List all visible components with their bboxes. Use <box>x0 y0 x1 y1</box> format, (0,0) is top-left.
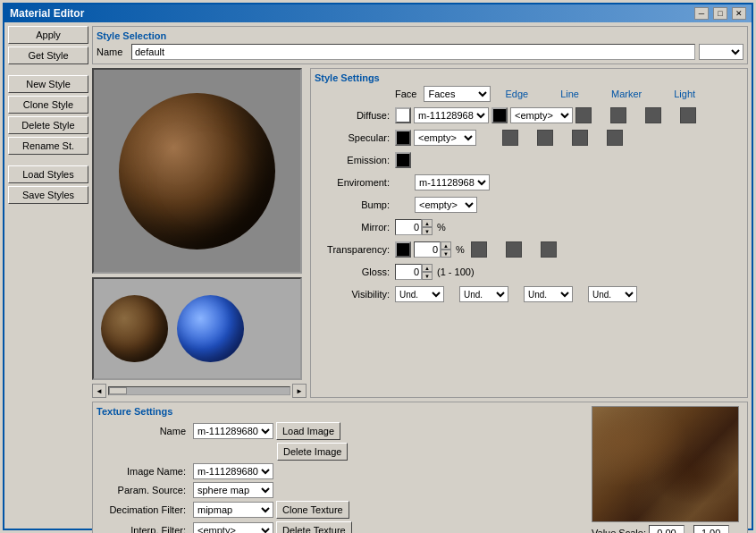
diffuse-line-icon[interactable] <box>610 107 626 123</box>
get-style-button[interactable]: Get Style <box>8 47 88 64</box>
style-selection-group: Style Selection Name <box>92 26 748 64</box>
diffuse-row: Diffuse: m-11128968 <empty> <box>315 106 743 125</box>
style-name-input[interactable] <box>131 44 695 60</box>
texture-name-select[interactable]: m-1112896805 <box>193 423 273 439</box>
image-name-label: Image Name: <box>97 466 190 477</box>
param-source-row: Param. Source: sphere map <box>97 482 588 498</box>
diffuse-black-swatch[interactable] <box>491 107 508 123</box>
specular-marker-icon[interactable] <box>572 130 588 146</box>
transparency-line-icon[interactable] <box>506 241 522 258</box>
mirror-unit: % <box>437 222 446 233</box>
face-label: Face <box>395 89 416 99</box>
param-source-label: Param. Source: <box>97 485 190 495</box>
enviroment-controls: m-11128968 <box>395 174 743 190</box>
transparency-edge-icon[interactable] <box>471 241 487 258</box>
delete-texture-button[interactable]: Delete Texture <box>276 521 352 533</box>
delete-image-button[interactable]: Delete Image <box>277 443 348 461</box>
decimation-select[interactable]: mipmap <box>193 502 273 518</box>
texture-preview-box <box>592 406 739 522</box>
apply-button[interactable]: Apply <box>8 26 88 44</box>
interp-label: Interp. Filter: <box>97 525 190 533</box>
emission-swatch[interactable] <box>395 152 411 168</box>
transparency-up-btn[interactable]: ▲ <box>441 241 451 250</box>
param-source-select[interactable]: sphere map <box>193 482 273 498</box>
value-scale-max-input[interactable] <box>693 525 729 533</box>
emission-label: Emission: <box>315 155 395 165</box>
title-bar-controls: ─ □ ✕ <box>693 7 746 20</box>
gloss-up-btn[interactable]: ▲ <box>422 264 433 272</box>
value-scale-row: Value Scale: - <box>592 525 743 533</box>
transparency-swatch[interactable] <box>395 241 411 258</box>
save-styles-button[interactable]: Save Styles <box>8 186 88 204</box>
name-label: Name <box>97 47 128 57</box>
style-dropdown[interactable] <box>699 44 743 60</box>
load-styles-button[interactable]: Load Styles <box>8 165 88 183</box>
mirror-spinner[interactable]: ▲ ▼ <box>395 219 433 235</box>
small-preview-box <box>92 277 302 380</box>
visibility-line-select[interactable]: Und. <box>524 286 573 302</box>
close-button[interactable]: ✕ <box>732 7 746 20</box>
faces-select[interactable]: Faces <box>424 86 491 102</box>
texture-name-label: Name <box>97 426 190 436</box>
gloss-controls: ▲ ▼ (1 - 100) <box>395 264 743 280</box>
decimation-row: Decimation Filter: mipmap Clone Texture <box>97 501 588 519</box>
value-scale-min-input[interactable] <box>649 525 685 533</box>
clone-style-button[interactable]: Clone Style <box>8 96 88 114</box>
load-image-button[interactable]: Load Image <box>276 422 340 440</box>
diffuse-marker-icon[interactable] <box>645 107 661 123</box>
main-preview-box <box>92 68 302 274</box>
specular-swatch[interactable] <box>395 130 411 146</box>
horizontal-scrollbar[interactable]: ◄ ► <box>92 384 307 398</box>
specular-edge-icon[interactable] <box>502 130 518 146</box>
diffuse-empty-select[interactable]: <empty> <box>510 107 573 123</box>
diffuse-edge-icon[interactable] <box>575 107 592 123</box>
visibility-row: Visibility: Und. Und. Und. <box>315 284 743 304</box>
mirror-up-btn[interactable]: ▲ <box>422 219 433 227</box>
maximize-button[interactable]: □ <box>713 7 727 20</box>
specular-line-icon[interactable] <box>537 130 553 146</box>
emission-controls <box>395 152 743 168</box>
specular-empty-select[interactable]: <empty> <box>414 130 476 146</box>
image-name-select[interactable]: m-1112896805 <box>193 463 273 479</box>
clone-texture-button[interactable]: Clone Texture <box>276 501 349 519</box>
interp-select[interactable]: <empty> <box>193 522 273 533</box>
enviroment-label: Enviroment: <box>315 177 395 188</box>
emission-row: Emission: <box>315 150 743 170</box>
scroll-track[interactable] <box>108 386 290 395</box>
edge-header: Edge <box>505 89 528 99</box>
bump-empty-select[interactable]: <empty> <box>415 197 477 213</box>
left-panel: Apply Get Style New Style Clone Style De… <box>8 26 88 533</box>
specular-row: Specular: <empty> <box>315 128 743 148</box>
minimize-button[interactable]: ─ <box>694 7 709 20</box>
enviroment-row: Enviroment: m-11128968 <box>315 173 743 192</box>
visibility-light-select[interactable]: Und. <box>588 286 637 302</box>
mirror-input[interactable] <box>395 219 422 235</box>
diffuse-color-swatch[interactable] <box>395 107 411 123</box>
rename-style-button[interactable]: Rename St. <box>8 137 88 155</box>
transparency-label: Transparency: <box>315 244 395 255</box>
gloss-input[interactable] <box>395 264 422 280</box>
scroll-right-button[interactable]: ► <box>292 384 307 398</box>
transparency-down-btn[interactable]: ▼ <box>441 250 451 258</box>
visibility-face-select[interactable]: Und. <box>395 286 444 302</box>
marker-header: Marker <box>611 89 642 99</box>
diffuse-light-icon[interactable] <box>680 107 696 123</box>
title-bar: Material Editor ─ □ ✕ <box>4 4 752 22</box>
new-style-button[interactable]: New Style <box>8 75 88 93</box>
visibility-edge-select[interactable]: Und. <box>459 286 508 302</box>
mirror-down-btn[interactable]: ▼ <box>422 227 433 235</box>
transparency-spinner[interactable]: ▲ ▼ <box>414 241 451 258</box>
gloss-down-btn[interactable]: ▼ <box>422 272 433 280</box>
specular-light-icon[interactable] <box>607 130 623 146</box>
diffuse-texture-select[interactable]: m-11128968 <box>414 107 489 123</box>
right-panel: Style Selection Name <box>92 26 748 533</box>
gloss-spinner[interactable]: ▲ ▼ <box>395 264 433 280</box>
enviroment-texture-select[interactable]: m-11128968 <box>415 174 490 190</box>
scroll-thumb[interactable] <box>109 387 127 394</box>
transparency-marker-icon[interactable] <box>541 241 557 258</box>
diffuse-controls: m-11128968 <empty> <box>395 107 743 123</box>
delete-style-button[interactable]: Delete Style <box>8 116 88 134</box>
transparency-input[interactable] <box>414 241 441 258</box>
scroll-left-button[interactable]: ◄ <box>92 384 106 398</box>
image-name-row: Image Name: m-1112896805 <box>97 463 588 479</box>
